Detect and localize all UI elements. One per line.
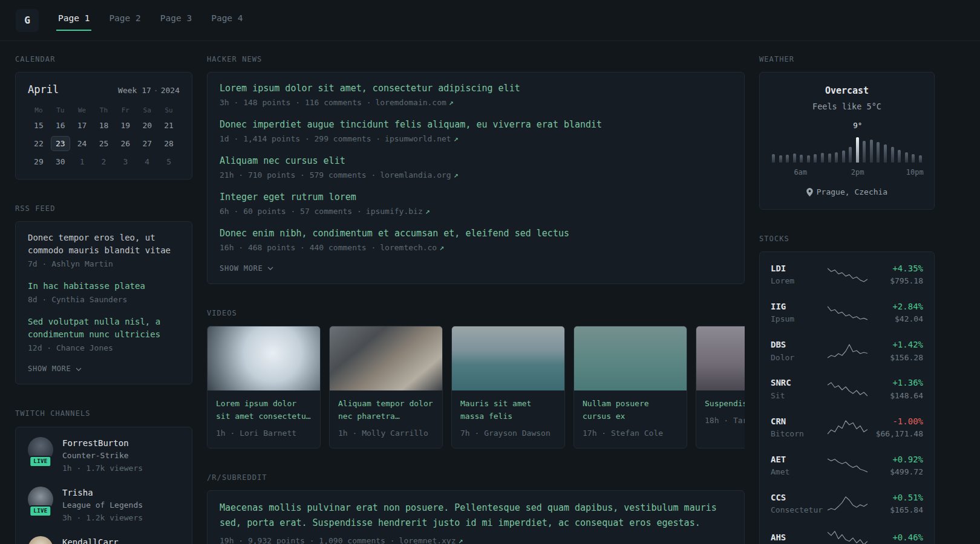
- calendar-section: CALENDAR April Week 17·2024 MoTuWeThFrSa…: [15, 54, 192, 180]
- rss-item-title[interactable]: Donec tempor eros leo, ut commodo mauris…: [28, 232, 180, 257]
- subreddit-post-domain[interactable]: loremnet.xyz: [399, 536, 456, 544]
- weather-time-label: 6am: [794, 167, 807, 178]
- video-thumbnail[interactable]: [574, 326, 687, 390]
- section-title-weather: WEATHER: [759, 54, 935, 65]
- hn-item-title[interactable]: Integer eget rutrum lorem: [220, 191, 732, 204]
- calendar-day-header: We: [71, 106, 93, 118]
- hn-item-stats: 21h · 710 points · 579 comments ·: [220, 170, 376, 180]
- stock-row[interactable]: LDI Lorem +4.35% $795.18: [771, 256, 923, 294]
- page-tab[interactable]: Page 2: [107, 10, 142, 30]
- stock-row[interactable]: AHS +0.46%: [771, 523, 923, 544]
- video-title[interactable]: Mauris sit amet massa felis: [460, 398, 556, 423]
- video-thumbnail[interactable]: [696, 326, 745, 390]
- stock-row[interactable]: CCS Consectetur +0.51% $165.84: [771, 485, 923, 523]
- channel-game: League of Legends: [62, 500, 143, 511]
- rss-list: Donec tempor eros leo, ut commodo mauris…: [28, 232, 180, 354]
- stock-symbol: AET: [771, 453, 822, 465]
- video-meta: 7h · Grayson Dawson: [460, 428, 556, 439]
- external-link-icon: ↗: [459, 536, 463, 544]
- hn-item-domain[interactable]: loremdomain.com: [375, 98, 446, 107]
- rss-item: In hac habitasse platea 8d · Cynthia Sau…: [28, 280, 180, 306]
- video-body: Mauris sit amet massa felis 7h · Grayson…: [452, 390, 564, 447]
- weather-time-label: 10pm: [906, 167, 924, 178]
- video-title[interactable]: Nullam posuere cursus ex: [583, 398, 678, 423]
- chevron-down-icon: [267, 267, 273, 270]
- weather-bar: [779, 155, 782, 163]
- stock-row[interactable]: IIG Ipsum +2.84% $42.04: [771, 294, 923, 332]
- stock-change: +1.36%: [874, 377, 923, 389]
- video-body: Suspendisse diam 18h · Tara: [696, 390, 745, 435]
- stock-row[interactable]: AET Amet +0.92% $499.72: [771, 447, 923, 485]
- calendar-day: 29: [28, 154, 50, 169]
- video-thumbnail[interactable]: [207, 326, 320, 390]
- video-title[interactable]: Suspendisse diam: [705, 398, 745, 410]
- calendar-week-year: Week 17·2024: [118, 85, 180, 97]
- page-tab[interactable]: Page 3: [158, 10, 194, 30]
- external-link-icon: ↗: [425, 207, 430, 216]
- stock-row[interactable]: SNRC Sit +1.36% $148.64: [771, 370, 923, 408]
- weather-bar: [919, 155, 922, 163]
- rss-item-title[interactable]: Sed volutpat nulla nisl, a condimentum n…: [28, 316, 180, 341]
- stock-symbol: CCS: [771, 491, 822, 504]
- page-tab[interactable]: Page 4: [209, 10, 244, 30]
- hn-item-domain[interactable]: ipsumify.biz: [366, 207, 423, 216]
- rss-section: RSS FEED Donec tempor eros leo, ut commo…: [15, 204, 192, 384]
- stock-name: Consectetur: [771, 505, 822, 516]
- stock-values: +0.46%: [874, 531, 923, 544]
- stock-row[interactable]: DBS Dolor +1.42% $156.28: [771, 332, 923, 370]
- hacker-news-section: HACKER NEWS Lorem ipsum dolor sit amet, …: [207, 54, 745, 284]
- twitch-channel[interactable]: KendallCarr: [28, 536, 180, 544]
- stock-values: +1.36% $148.64: [874, 377, 923, 401]
- weather-time-label: 2pm: [851, 167, 864, 178]
- show-more-label: SHOW MORE: [220, 264, 263, 274]
- hn-item-domain[interactable]: ipsumworld.net: [385, 134, 451, 143]
- calendar-day: 30: [50, 154, 71, 169]
- stock-id: CCS Consectetur: [771, 491, 822, 516]
- section-title-calendar: CALENDAR: [15, 54, 192, 65]
- external-link-icon: ↗: [454, 134, 459, 143]
- hn-item: Aliquam nec cursus elit 21h · 710 points…: [220, 155, 732, 181]
- rss-item-meta: 7d · Ashlyn Martin: [28, 259, 180, 270]
- twitch-channel[interactable]: LIVE ForrestBurton Counter-Strike 1h · 1…: [28, 437, 180, 474]
- hn-item-meta: 21h · 710 points · 579 comments ·loremla…: [220, 170, 732, 181]
- app-logo[interactable]: G: [16, 9, 39, 32]
- subreddit-post-title[interactable]: Maecenas mollis pulvinar erat non posuer…: [220, 500, 732, 531]
- calendar-day: 20: [136, 118, 158, 133]
- video-body: Lorem ipsum dolor sit amet consectetu… 1…: [207, 390, 320, 447]
- weather-bars: [772, 134, 922, 163]
- video-thumbnail[interactable]: [452, 326, 564, 390]
- video-card[interactable]: Mauris sit amet massa felis 7h · Grayson…: [451, 326, 565, 448]
- stock-change: +0.51%: [874, 491, 923, 504]
- hn-item-domain[interactable]: loremlandia.org: [380, 170, 451, 180]
- avatar-wrap: LIVE: [28, 437, 53, 462]
- calendar-day: 23: [50, 136, 71, 151]
- video-card[interactable]: Nullam posuere cursus ex 17h · Stefan Co…: [573, 326, 687, 448]
- location-pin-icon: [806, 188, 813, 196]
- hn-show-more-button[interactable]: SHOW MORE: [220, 264, 273, 274]
- twitch-channel[interactable]: LIVE Trisha League of Legends 3h · 1.2k …: [28, 487, 180, 524]
- weather-bar: [793, 154, 796, 163]
- stock-change: -1.00%: [874, 415, 923, 427]
- video-card[interactable]: Lorem ipsum dolor sit amet consectetu… 1…: [207, 326, 321, 448]
- hn-item-title[interactable]: Aliquam nec cursus elit: [220, 155, 732, 167]
- hn-item-domain[interactable]: loremtech.co: [380, 243, 437, 252]
- video-title[interactable]: Lorem ipsum dolor sit amet consectetu…: [216, 398, 312, 423]
- stock-row[interactable]: CRN Bitcorn -1.00% $66,171.48: [771, 409, 923, 447]
- rss-item-title[interactable]: In hac habitasse platea: [28, 280, 180, 293]
- page-tab[interactable]: Page 1: [56, 10, 91, 30]
- video-card[interactable]: Aliquam tempor dolor nec pharetra… 1h · …: [329, 326, 443, 448]
- rss-item-meta: 8d · Cynthia Saunders: [28, 294, 180, 306]
- stock-id: DBS Dolor: [771, 338, 822, 363]
- video-card[interactable]: Suspendisse diam 18h · Tara: [696, 326, 745, 448]
- video-thumbnail[interactable]: [330, 326, 442, 390]
- hn-item-title[interactable]: Donec imperdiet augue tincidunt felis al…: [220, 118, 732, 131]
- calendar-month: April: [28, 82, 59, 97]
- rss-show-more-button[interactable]: SHOW MORE: [28, 364, 82, 374]
- twitch-channel-list: LIVE ForrestBurton Counter-Strike 1h · 1…: [28, 437, 180, 544]
- video-title[interactable]: Aliquam tempor dolor nec pharetra…: [338, 398, 434, 423]
- calendar-day: 27: [136, 136, 158, 151]
- hn-item-title[interactable]: Donec enim nibh, condimentum et accumsan…: [220, 227, 732, 240]
- hn-item-title[interactable]: Lorem ipsum dolor sit amet, consectetur …: [220, 82, 732, 95]
- calendar-day: 25: [93, 136, 115, 151]
- calendar-day: 15: [28, 118, 50, 133]
